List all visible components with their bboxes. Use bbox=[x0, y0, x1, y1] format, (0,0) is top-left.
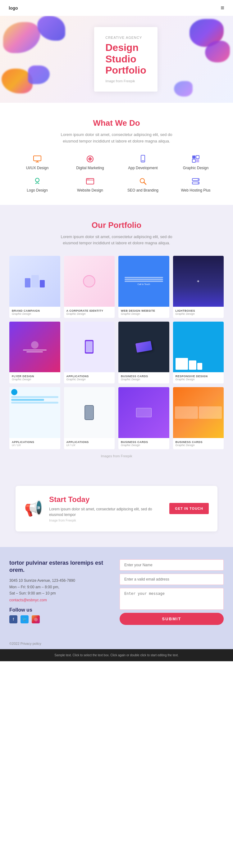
footer-heading: tortor pulvinar esteras loremips est ore… bbox=[9, 559, 113, 574]
footer-grid: tortor pulvinar esteras loremips est ore… bbox=[9, 559, 224, 625]
portfolio-info-appui2: APPLICATIONS UI / UX bbox=[64, 438, 115, 449]
svg-point-21 bbox=[198, 183, 199, 183]
start-content: Start Today Lorem ipsum dolor sit amet, … bbox=[49, 495, 163, 522]
portfolio-item-corp[interactable]: A CORPORATE IDENTITY Graphic Design bbox=[64, 256, 115, 318]
portfolio-item-brand[interactable]: BRAND CAMPAIGN Graphic Design bbox=[9, 256, 60, 318]
portfolio-img-web: Call to Touch bbox=[118, 256, 169, 307]
portfolio-sub-biz2: Graphic Design bbox=[121, 444, 167, 447]
logo-label: Logo Design bbox=[27, 188, 48, 192]
web-label: Website Design bbox=[77, 188, 103, 192]
copyright: ©2022 Privacy policy bbox=[9, 642, 41, 645]
what-we-do-title: What We Do bbox=[12, 118, 221, 128]
portfolio-cat-app: APPLICATIONS bbox=[66, 375, 113, 378]
portfolio-cat-web: WEB DESIGN WEBSITE bbox=[121, 309, 167, 312]
svg-rect-9 bbox=[192, 159, 196, 162]
portfolio-item-light[interactable]: ✦ LIGHTBOXES Graphic Design bbox=[173, 256, 224, 318]
app-icon bbox=[138, 154, 148, 164]
service-seo: SEO and Branding bbox=[118, 176, 168, 192]
portfolio-sub-corp: Graphic Design bbox=[66, 312, 113, 315]
dm-icon bbox=[85, 154, 95, 164]
portfolio-item-app[interactable]: APPLICATIONS Graphic Design bbox=[64, 321, 115, 384]
hosting-icon bbox=[191, 176, 201, 186]
facebook-icon[interactable]: f bbox=[9, 615, 18, 623]
portfolio-item-bizcard[interactable]: BUSINESS CARDS Graphic Design bbox=[118, 321, 169, 384]
portfolio-img-biz2 bbox=[118, 387, 169, 438]
twitter-icon[interactable]: 🐦 bbox=[21, 615, 29, 623]
portfolio-item-appui[interactable]: APPLICATIONS UI / UX bbox=[9, 387, 60, 449]
start-desc: Lorem ipsum dolor sit amet, consectetur … bbox=[49, 506, 163, 518]
portfolio-sub-flyer: Graphic Design bbox=[12, 378, 58, 381]
svg-point-4 bbox=[89, 158, 91, 160]
email-input[interactable] bbox=[120, 574, 224, 585]
start-credit: Image from Freepik bbox=[49, 519, 163, 522]
portfolio-cat-biz3: BUSINESS CARDS bbox=[176, 440, 222, 444]
name-input[interactable] bbox=[120, 559, 224, 570]
portfolio-sub-biz3: Graphic Design bbox=[176, 444, 222, 447]
portfolio-item-flyer[interactable]: FLYER DESIGN Graphic Design bbox=[9, 321, 60, 384]
service-web: Website Design bbox=[65, 176, 115, 192]
hero-blob-1 bbox=[3, 22, 40, 53]
service-hosting: Web Hosting Plus bbox=[171, 176, 221, 192]
footer-form: SUBMIT bbox=[120, 559, 224, 625]
portfolio-cat-resp: RESPONSIVE DESIGN bbox=[176, 375, 222, 378]
portfolio-info-corp: A CORPORATE IDENTITY Graphic Design bbox=[64, 307, 115, 318]
footer-email[interactable]: contacts@esbnyc.com bbox=[9, 598, 113, 602]
social-icons: f 🐦 ◎ bbox=[9, 615, 113, 623]
dm-label: Digital Marketing bbox=[76, 166, 104, 170]
message-input[interactable] bbox=[120, 588, 224, 610]
footer-bottom: ©2022 Privacy policy bbox=[0, 637, 233, 649]
portfolio-item-biz3[interactable]: BUSINESS CARDS Graphic Design bbox=[173, 387, 224, 449]
portfolio-info-appui: APPLICATIONS UI / UX bbox=[9, 438, 60, 449]
portfolio-grid: BRAND CAMPAIGN Graphic Design A CORPORAT… bbox=[9, 256, 224, 449]
instagram-icon[interactable]: ◎ bbox=[32, 615, 40, 623]
portfolio-img-appui bbox=[9, 387, 60, 438]
what-we-do-desc: Lorem ipsum dolor sit amet, consectetur … bbox=[54, 132, 179, 145]
portfolio-img-biz3 bbox=[173, 387, 224, 438]
portfolio-cat-flyer: FLYER DESIGN bbox=[12, 375, 58, 378]
images-credit: Images from Freepik bbox=[9, 454, 224, 458]
portfolio-img-flyer bbox=[9, 321, 60, 373]
header: logo ≡ bbox=[0, 0, 233, 16]
portfolio-sub-appui: UI / UX bbox=[12, 444, 58, 447]
portfolio-info-app: APPLICATIONS Graphic Design bbox=[64, 372, 115, 383]
hero-blob-6 bbox=[28, 65, 50, 84]
start-today-section: 📢 Start Today Lorem ipsum dolor sit amet… bbox=[16, 486, 217, 531]
hero-blob-4 bbox=[205, 41, 230, 62]
portfolio-info-resp: RESPONSIVE DESIGN Graphic Design bbox=[173, 372, 224, 383]
portfolio-cat-appui2: APPLICATIONS bbox=[66, 440, 113, 444]
app-label: App Development bbox=[128, 166, 157, 170]
portfolio-info-bizcard: BUSINESS CARDS Graphic Design bbox=[118, 372, 169, 383]
hero-image-credit: Image from Freepik bbox=[105, 79, 146, 83]
get-in-touch-button[interactable]: GET IN TOUCH bbox=[169, 503, 209, 514]
seo-icon bbox=[138, 176, 148, 186]
portfolio-sub-resp: Graphic Design bbox=[176, 378, 222, 381]
services-grid: UI/UX Design Digital Marketing App Devel… bbox=[12, 154, 221, 192]
submit-button[interactable]: SUBMIT bbox=[120, 613, 224, 625]
portfolio-info-biz3: BUSINESS CARDS Graphic Design bbox=[173, 438, 224, 449]
web-icon bbox=[85, 176, 95, 186]
portfolio-item-biz2[interactable]: BUSINESS CARDS Graphic Design bbox=[118, 387, 169, 449]
hero-section: CREATIVE AGENCY Design Studio Portfolio … bbox=[0, 16, 233, 103]
portfolio-item-appui2[interactable]: APPLICATIONS UI / UX bbox=[64, 387, 115, 449]
portfolio-sub-web: Graphic Design bbox=[121, 312, 167, 315]
portfolio-sub-app: Graphic Design bbox=[66, 378, 113, 381]
portfolio-desc: Lorem ipsum dolor sit amet, consectetur … bbox=[54, 234, 179, 247]
menu-button[interactable]: ≡ bbox=[221, 4, 224, 11]
portfolio-sub-bizcard: Graphic Design bbox=[121, 378, 167, 381]
hero-blob-7 bbox=[174, 81, 193, 97]
portfolio-sub-light: Graphic Design bbox=[176, 312, 222, 315]
portfolio-item-resp[interactable]: RESPONSIVE DESIGN Graphic Design bbox=[173, 321, 224, 384]
svg-line-17 bbox=[144, 182, 146, 184]
hero-title: Design Studio Portfolio bbox=[105, 42, 146, 76]
gd-icon bbox=[191, 154, 201, 164]
portfolio-info-light: LIGHTBOXES Graphic Design bbox=[173, 307, 224, 318]
svg-point-11 bbox=[35, 178, 39, 182]
service-gd: Graphic Design bbox=[171, 154, 221, 170]
portfolio-item-web[interactable]: Call to Touch WEB DESIGN WEBSITE Graphic… bbox=[118, 256, 169, 318]
start-icon: 📢 bbox=[24, 500, 43, 517]
start-title: Start Today bbox=[49, 495, 163, 504]
svg-point-15 bbox=[89, 179, 89, 180]
hero-blob-2 bbox=[37, 16, 65, 41]
svg-rect-8 bbox=[196, 156, 199, 159]
uiux-icon bbox=[32, 154, 42, 164]
